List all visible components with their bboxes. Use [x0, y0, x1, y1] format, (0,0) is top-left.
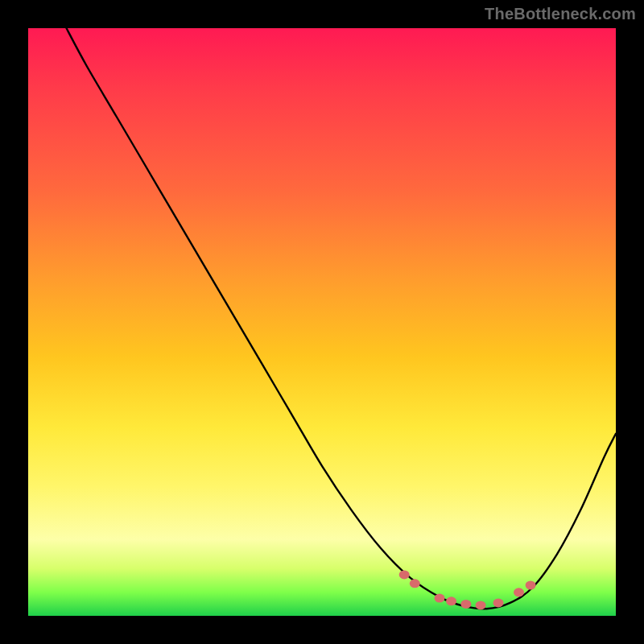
sweet-spot-dot [446, 597, 456, 605]
plot-area [28, 28, 616, 616]
sweet-spot-dot [514, 588, 524, 597]
chart-frame: TheBottleneck.com [0, 0, 644, 644]
curve-layer [28, 28, 616, 616]
bottleneck-curve [67, 28, 617, 609]
sweet-spot-dot [476, 601, 486, 609]
sweet-spot-dot [435, 594, 445, 603]
sweet-spot-markers [399, 570, 536, 609]
sweet-spot-dot [460, 600, 471, 609]
sweet-spot-dot [399, 570, 410, 579]
sweet-spot-dot [410, 579, 420, 588]
sweet-spot-dot [526, 580, 536, 589]
sweet-spot-dot [493, 598, 504, 607]
watermark-text: TheBottleneck.com [485, 5, 636, 23]
